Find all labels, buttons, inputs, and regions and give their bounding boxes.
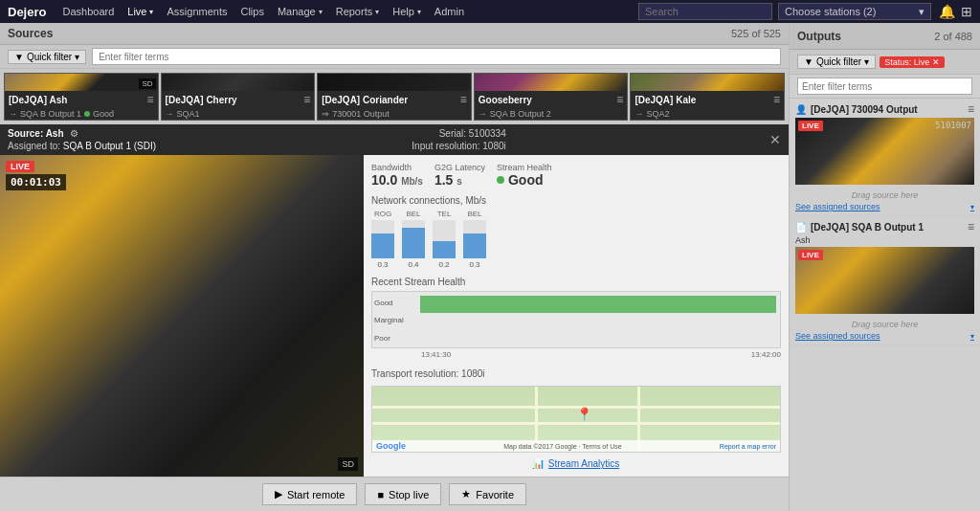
detail-serial: Serial: 5100334 [412, 128, 505, 139]
output-name-730094: [DeJQA] 730094 Output [811, 104, 968, 115]
output-filter-caret: ▾ [864, 56, 869, 67]
source-card-ash[interactable]: SD [DeJQA] Ash ≡ → SQA B Output 1 Good [4, 73, 159, 121]
outputs-list: 👤 [DeJQA] 730094 Output ≡ LIVE 5101007 D… [790, 99, 980, 511]
source-menu-cherry[interactable]: ≡ [303, 93, 310, 106]
output-menu-sqab[interactable]: ≡ [968, 220, 974, 233]
output-search-input[interactable] [797, 78, 972, 95]
stop-live-label: Stop live [389, 489, 429, 500]
stream-health-label: Recent Stream Health [371, 277, 781, 287]
grid-icon[interactable]: ⊞ [961, 4, 972, 19]
nav-reports[interactable]: Reports ▾ [329, 0, 387, 23]
health-time-labels: 13:41:30 13:42:00 [371, 348, 781, 359]
nav-assignments[interactable]: Assignments [160, 0, 234, 23]
stat-health: Stream Health Good [497, 163, 552, 188]
google-logo: Google [376, 441, 406, 451]
health-label: Stream Health [497, 163, 552, 172]
see-assigned-730094[interactable]: See assigned sources ▾ [795, 202, 974, 211]
output-item-sqab: 📄 [DeJQA] SQA B Output 1 ≡ Ash LIVE Drag… [790, 216, 980, 345]
detail-source-label: Source: Ash ⚙ [8, 128, 156, 139]
filter-caret: ▾ [75, 52, 79, 62]
see-assigned-sqab[interactable]: See assigned sources ▾ [795, 331, 974, 341]
output-id-730094: 5101007 [935, 121, 971, 130]
health-marginal-label: Marginal [374, 316, 404, 324]
status-live-badge: Status: Live ✕ [880, 56, 945, 68]
source-menu-kale[interactable]: ≡ [773, 93, 780, 106]
bar-fill-bel2 [463, 233, 486, 258]
map-pin: 📍 [576, 407, 592, 422]
status-text-ash: Good [93, 109, 114, 119]
see-assigned-caret-730094: ▾ [970, 203, 974, 211]
filter-icon: ▼ [14, 52, 24, 62]
nav-icons: 🔔 ⊞ [939, 4, 972, 19]
stop-live-button[interactable]: ■ Stop live [365, 483, 441, 505]
health-labels-y: Good Marginal Poor [374, 294, 404, 347]
health-dot [497, 176, 504, 184]
nav-dashboard[interactable]: Dashboard [56, 0, 121, 23]
output-menu-730094[interactable]: ≡ [968, 102, 974, 116]
sd-badge-ash: SD [139, 78, 155, 89]
bar-bel2: BEL 0.3 [463, 210, 486, 269]
output-filter-icon: ▼ [804, 56, 813, 67]
source-info-kale: [DeJQA] Kale ≡ [631, 91, 784, 108]
health-poor-label: Poor [374, 334, 404, 343]
nav-live[interactable]: Live ▾ [121, 0, 160, 23]
gear-icon[interactable]: ⚙ [70, 128, 78, 139]
source-card-gooseberry[interactable]: Gooseberry ≡ → SQA B Output 2 [474, 73, 629, 121]
outputs-panel: Outputs 2 of 488 ▼ Quick filter ▾ Status… [789, 23, 980, 511]
source-output-cherry: → SQA1 [162, 108, 315, 120]
nav-admin[interactable]: Admin [428, 0, 471, 23]
output-live-badge-730094: LIVE [798, 121, 823, 131]
network-section: Network connections, Mb/s ROG 0.3 BEL [371, 195, 781, 269]
source-menu-coriander[interactable]: ≡ [460, 93, 467, 106]
map-container: 📍 Google Map data ©2017 Google · Terms o… [371, 386, 781, 453]
source-detail-panel: Source: Ash ⚙ Assigned to: SQA B Output … [0, 124, 789, 511]
status-live-close[interactable]: ✕ [932, 57, 940, 67]
nav-help[interactable]: Help ▾ [386, 0, 428, 23]
source-output-coriander: ⇒ 730001 Output [318, 108, 471, 120]
sources-quick-filter-button[interactable]: ▼ Quick filter ▾ [8, 50, 86, 64]
health-status-text: Good [508, 172, 544, 188]
outputs-title: Outputs [797, 30, 841, 43]
sources-header: Sources 525 of 525 [0, 23, 789, 45]
detail-resolution: Input resolution: 1080i [412, 141, 505, 151]
stop-live-icon: ■ [377, 489, 384, 500]
health-bar-area [420, 292, 780, 347]
source-thumb-cherry [162, 74, 315, 91]
start-remote-icon: ▶ [275, 488, 282, 500]
source-menu-gooseberry[interactable]: ≡ [616, 93, 623, 106]
timer-badge: 00:01:03 [6, 174, 66, 190]
bar-rog: ROG 0.3 [371, 210, 394, 269]
bar-bel1: BEL 0.4 [402, 210, 425, 269]
source-output-text-coriander: 730001 Output [332, 109, 390, 119]
source-card-kale[interactable]: [DeJQA] Kale ≡ → SQA2 [630, 73, 785, 121]
transport-section: Transport resolution: 1080i [371, 367, 781, 380]
source-output-kale: → SQA2 [631, 108, 784, 120]
detail-close-button[interactable]: ✕ [769, 132, 781, 147]
live-badge: LIVE [6, 161, 34, 172]
source-output-text-gooseberry: SQA B Output 2 [490, 109, 551, 119]
start-remote-button[interactable]: ▶ Start remote [262, 483, 358, 505]
source-info-cherry: [DeJQA] Cherry ≡ [162, 91, 315, 108]
stream-analytics-link[interactable]: 📊 Stream Analytics [371, 458, 781, 469]
source-card-coriander[interactable]: [DeJQA] Coriander ≡ ⇒ 730001 Output [317, 73, 472, 121]
link-icon-coriander: ⇒ [322, 109, 329, 119]
detail-actions: ▶ Start remote ■ Stop live ★ Favorite [0, 477, 789, 511]
map-road-h2 [372, 422, 780, 425]
outputs-quick-filter-button[interactable]: ▼ Quick filter ▾ [797, 55, 876, 69]
sources-filter-input[interactable] [92, 48, 781, 65]
source-name-kale: [DeJQA] Kale [635, 95, 769, 105]
bell-icon[interactable]: 🔔 [939, 4, 955, 19]
g2g-label: G2G Latency [434, 163, 485, 172]
stream-health-section: Recent Stream Health Good Marginal Poor [371, 277, 781, 359]
nav-manage[interactable]: Manage ▾ [271, 0, 329, 23]
station-selector[interactable]: Choose stations (2) ▾ [778, 3, 931, 20]
global-search-input[interactable] [638, 3, 772, 20]
favorite-button[interactable]: ★ Favorite [449, 483, 526, 505]
map-report-link[interactable]: Report a map error [720, 443, 776, 450]
see-assigned-caret-sqab: ▾ [970, 332, 974, 341]
source-card-cherry[interactable]: [DeJQA] Cherry ≡ → SQA1 [161, 73, 316, 121]
status-live-label: Status: Live [884, 57, 929, 67]
output-item-header-730094: 👤 [DeJQA] 730094 Output ≡ [795, 102, 974, 116]
nav-clips[interactable]: Clips [234, 0, 270, 23]
source-menu-ash[interactable]: ≡ [147, 93, 154, 106]
